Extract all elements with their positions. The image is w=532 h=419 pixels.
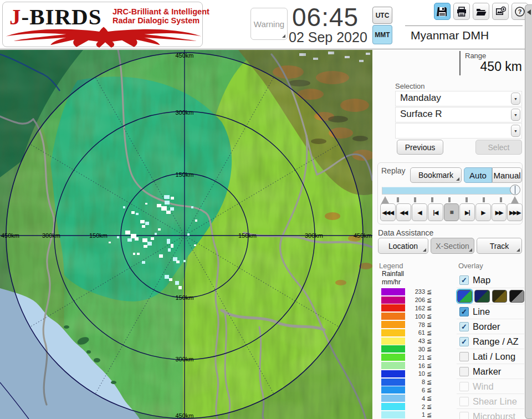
checkbox-line[interactable]: ✓ xyxy=(459,307,469,316)
bookmark-button[interactable]: Bookmark xyxy=(410,167,462,183)
print-button[interactable] xyxy=(453,3,470,20)
echo-cell xyxy=(117,236,119,238)
playback-button-0[interactable]: ◀◀◀ xyxy=(380,203,396,221)
warning-button[interactable]: Warning xyxy=(250,8,288,40)
lte-symbol: ≦ xyxy=(427,395,432,402)
overlay-item-label: Microburst xyxy=(473,411,515,419)
echo-cell xyxy=(166,211,171,214)
selection-dropdown-0[interactable]: Mandalay▼ xyxy=(395,91,522,106)
replay-label: Replay xyxy=(381,166,406,175)
overlay-item-marker[interactable]: Marker xyxy=(457,364,524,379)
playback-button-5[interactable]: ▶| xyxy=(459,203,475,221)
legend-row: 43≦ xyxy=(381,337,442,345)
overlay-item-wind[interactable]: Wind xyxy=(457,379,524,394)
location-button[interactable]: Location xyxy=(378,238,428,254)
legend-value: 6 xyxy=(407,387,425,394)
eagle-icon xyxy=(6,25,201,48)
checkbox-range-az[interactable]: ✓ xyxy=(459,337,469,346)
selection-dropdown-1[interactable]: Surface R▼ xyxy=(395,107,522,122)
playback-button-6[interactable]: ▶ xyxy=(475,203,491,221)
save-button[interactable] xyxy=(434,3,451,20)
legend-row: 100≦ xyxy=(381,312,442,320)
checkbox-shear-line[interactable] xyxy=(459,397,469,406)
checkbox-border[interactable]: ✓ xyxy=(459,322,469,331)
playback-button-2[interactable]: ◀ xyxy=(412,203,427,221)
range-label-text: 300km xyxy=(175,109,193,116)
checkbox-map[interactable]: ✓ xyxy=(459,275,469,285)
echo-cell xyxy=(123,206,125,208)
slider-tick xyxy=(414,197,416,202)
map-style-1[interactable] xyxy=(474,290,489,303)
map-style-3[interactable] xyxy=(509,290,524,303)
selection-label: Selection xyxy=(395,82,424,90)
echo-cell xyxy=(145,222,149,225)
auto-button[interactable]: Auto xyxy=(464,167,492,183)
x-section-button[interactable]: X-Section xyxy=(431,238,474,254)
legend-swatch xyxy=(381,395,405,402)
echo-cell xyxy=(157,204,161,207)
playback-button-8[interactable]: ▶▶▶ xyxy=(507,203,523,221)
checkbox-marker[interactable] xyxy=(459,367,469,376)
checkbox-microburst[interactable] xyxy=(459,412,469,419)
echo-cell xyxy=(142,261,145,264)
legend-row: 78≦ xyxy=(381,320,442,329)
previous-button[interactable]: Previous xyxy=(397,140,443,155)
legend-row: 206≦ xyxy=(381,296,442,304)
playback-button-7[interactable]: ▶▶ xyxy=(492,203,507,221)
range-label-text: 150km xyxy=(89,232,108,239)
legend-swatch xyxy=(381,297,405,304)
legend-swatch xyxy=(381,338,405,345)
range-label-text: 450km xyxy=(354,232,372,239)
mmt-button[interactable]: MMT xyxy=(372,25,392,44)
overlay-item-lati-long[interactable]: Lati / Long xyxy=(457,349,524,364)
selection-dropdown-2[interactable]: ▼ xyxy=(395,123,522,139)
overlay-item-map[interactable]: ✓Map xyxy=(457,273,524,288)
checkbox-lati-long[interactable] xyxy=(459,352,469,361)
overlay-item-line[interactable]: ✓Line xyxy=(457,304,524,319)
echo-cell xyxy=(147,242,152,246)
utc-button[interactable]: UTC xyxy=(372,7,392,24)
overlay-item-border[interactable]: ✓Border xyxy=(457,319,524,334)
panel-collapse-strip[interactable] xyxy=(525,4,532,419)
add-image-button[interactable] xyxy=(492,3,509,20)
playback-button-3[interactable]: |◀ xyxy=(428,203,443,221)
track-button[interactable]: Track xyxy=(477,238,522,254)
legend-row: 61≦ xyxy=(381,329,442,337)
overlay-item-microburst[interactable]: Microburst xyxy=(457,408,524,419)
legend-row: 4≦ xyxy=(381,394,442,402)
echo-cell xyxy=(125,231,130,234)
map-style-0[interactable] xyxy=(457,290,472,303)
chevron-down-icon[interactable]: ▼ xyxy=(511,109,520,121)
lte-symbol: ≦ xyxy=(427,370,432,377)
chevron-down-icon[interactable]: ▼ xyxy=(511,125,520,137)
open-folder-button[interactable] xyxy=(473,3,489,20)
map-style-2[interactable] xyxy=(492,290,507,303)
chevron-down-icon[interactable]: ▼ xyxy=(511,93,520,105)
legend-swatch xyxy=(381,345,405,352)
station-name: Myanmar DMH xyxy=(407,28,492,43)
range-value: 450 km xyxy=(460,59,522,74)
lte-symbol: ≦ xyxy=(427,297,432,304)
legend-value: 162 xyxy=(407,305,425,311)
legend-value: 2 xyxy=(407,403,425,410)
overlay-item-range-az[interactable]: ✓Range / AZ xyxy=(457,334,524,349)
echo-cell xyxy=(161,206,167,211)
replay-slider-handle[interactable] xyxy=(510,185,520,195)
legend-value: 21 xyxy=(407,354,425,361)
replay-slider-track[interactable] xyxy=(382,187,516,195)
playback-button-4[interactable]: ■ xyxy=(444,203,459,221)
help-icon: ? xyxy=(514,6,525,17)
echo-cell xyxy=(140,220,145,223)
manual-button[interactable]: Manual xyxy=(492,167,522,183)
select-button[interactable]: Select xyxy=(475,140,522,155)
checkbox-wind[interactable] xyxy=(459,382,469,391)
playback-button-1[interactable]: ◀◀ xyxy=(396,203,412,221)
dropdown-value: Mandalay xyxy=(400,93,441,104)
echo-cell xyxy=(178,286,182,289)
overlay-item-shear-line[interactable]: Shear Line xyxy=(457,394,524,408)
slider-tick xyxy=(483,197,485,202)
legend-row: 6≦ xyxy=(381,386,442,395)
radar-map[interactable]: 450km300km150km150km300km450km450km300km… xyxy=(0,50,372,419)
app-subtitle: JRC-Brilliant & Intelligent Radar Dialog… xyxy=(112,7,209,25)
print-icon xyxy=(456,6,467,17)
